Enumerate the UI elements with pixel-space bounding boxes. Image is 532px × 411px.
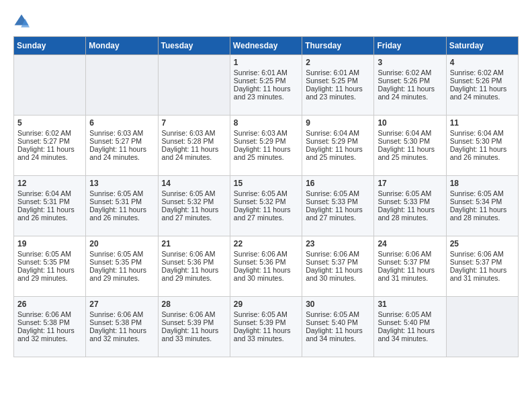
sunset-text: Sunset: 5:31 PM [89,197,154,205]
sunset-text: Sunset: 5:25 PM [234,77,298,85]
calendar-body: 1Sunrise: 6:01 AMSunset: 5:25 PMDaylight… [14,55,519,357]
sunrise-text: Sunrise: 6:05 AM [17,250,82,258]
sunset-text: Sunset: 5:29 PM [306,137,370,145]
sunset-text: Sunset: 5:39 PM [162,318,226,326]
daylight-text: Daylight: 11 hours and 24 minutes. [450,85,515,101]
sunset-text: Sunset: 5:36 PM [162,258,226,266]
calendar-cell: 18Sunrise: 6:05 AMSunset: 5:34 PMDayligh… [446,176,518,236]
calendar-cell: 22Sunrise: 6:06 AMSunset: 5:36 PMDayligh… [230,236,302,297]
sunrise-text: Sunrise: 6:01 AM [234,68,298,77]
day-number: 5 [17,118,82,128]
day-number: 27 [89,300,154,309]
daylight-text: Daylight: 11 hours and 32 minutes. [89,326,154,342]
page-header [13,13,519,30]
logo-icon [13,13,30,30]
day-number: 2 [306,58,370,67]
sunset-text: Sunset: 5:31 PM [17,197,82,205]
sunset-text: Sunset: 5:38 PM [89,318,154,326]
calendar-cell: 21Sunrise: 6:06 AMSunset: 5:36 PMDayligh… [158,236,230,297]
calendar-cell: 27Sunrise: 6:06 AMSunset: 5:38 PMDayligh… [86,297,158,357]
calendar-cell: 24Sunrise: 6:06 AMSunset: 5:37 PMDayligh… [374,236,446,297]
weekday-header: Tuesday [158,37,230,55]
calendar-cell [86,55,158,116]
sunrise-text: Sunrise: 6:04 AM [306,129,370,137]
day-number: 10 [378,118,442,128]
sunrise-text: Sunrise: 6:03 AM [234,129,298,137]
calendar-cell: 11Sunrise: 6:04 AMSunset: 5:30 PMDayligh… [446,116,518,176]
calendar-cell: 30Sunrise: 6:05 AMSunset: 5:40 PMDayligh… [302,297,374,357]
day-number: 31 [378,300,442,309]
daylight-text: Daylight: 11 hours and 32 minutes. [17,326,82,342]
sunset-text: Sunset: 5:34 PM [450,197,515,205]
sunset-text: Sunset: 5:28 PM [162,137,226,145]
calendar-cell: 1Sunrise: 6:01 AMSunset: 5:25 PMDaylight… [230,55,302,116]
sunrise-text: Sunrise: 6:05 AM [162,189,226,197]
day-number: 12 [17,179,82,188]
sunset-text: Sunset: 5:35 PM [89,258,154,266]
weekday-header: Friday [374,37,446,55]
daylight-text: Daylight: 11 hours and 28 minutes. [450,205,515,222]
calendar-cell: 25Sunrise: 6:06 AMSunset: 5:37 PMDayligh… [446,236,518,297]
day-number: 26 [17,300,82,309]
sunset-text: Sunset: 5:25 PM [306,77,370,85]
calendar-cell: 16Sunrise: 6:05 AMSunset: 5:33 PMDayligh… [302,176,374,236]
sunrise-text: Sunrise: 6:05 AM [378,310,442,318]
day-number: 25 [450,239,515,248]
daylight-text: Daylight: 11 hours and 23 minutes. [306,85,370,101]
daylight-text: Daylight: 11 hours and 24 minutes. [162,145,226,161]
day-number: 28 [162,300,226,309]
sunrise-text: Sunrise: 6:01 AM [306,68,370,77]
sunrise-text: Sunrise: 6:02 AM [450,68,515,77]
daylight-text: Daylight: 11 hours and 25 minutes. [234,145,298,161]
calendar-cell: 9Sunrise: 6:04 AMSunset: 5:29 PMDaylight… [302,116,374,176]
calendar-cell: 7Sunrise: 6:03 AMSunset: 5:28 PMDaylight… [158,116,230,176]
sunrise-text: Sunrise: 6:06 AM [234,250,298,258]
sunset-text: Sunset: 5:32 PM [162,197,226,205]
sunset-text: Sunset: 5:27 PM [17,137,82,145]
sunset-text: Sunset: 5:27 PM [89,137,154,145]
daylight-text: Daylight: 11 hours and 23 minutes. [234,85,298,101]
calendar-cell: 23Sunrise: 6:06 AMSunset: 5:37 PMDayligh… [302,236,374,297]
weekday-header: Wednesday [230,37,302,55]
day-number: 4 [450,58,515,67]
sunset-text: Sunset: 5:26 PM [450,77,515,85]
daylight-text: Daylight: 11 hours and 29 minutes. [17,266,82,282]
sunrise-text: Sunrise: 6:06 AM [162,250,226,258]
day-number: 20 [89,239,154,248]
calendar-cell: 31Sunrise: 6:05 AMSunset: 5:40 PMDayligh… [374,297,446,357]
sunset-text: Sunset: 5:40 PM [306,318,370,326]
day-number: 6 [89,118,154,128]
day-number: 8 [234,118,298,128]
daylight-text: Daylight: 11 hours and 26 minutes. [17,205,82,222]
sunrise-text: Sunrise: 6:05 AM [89,250,154,258]
sunrise-text: Sunrise: 6:06 AM [378,250,442,258]
sunrise-text: Sunrise: 6:03 AM [89,129,154,137]
sunset-text: Sunset: 5:35 PM [17,258,82,266]
calendar-cell: 2Sunrise: 6:01 AMSunset: 5:25 PMDaylight… [302,55,374,116]
sunset-text: Sunset: 5:33 PM [378,197,442,205]
daylight-text: Daylight: 11 hours and 33 minutes. [162,326,226,342]
sunrise-text: Sunrise: 6:02 AM [17,129,82,137]
sunset-text: Sunset: 5:37 PM [450,258,515,266]
sunrise-text: Sunrise: 6:05 AM [450,189,515,197]
daylight-text: Daylight: 11 hours and 27 minutes. [234,205,298,222]
daylight-text: Daylight: 11 hours and 30 minutes. [234,266,298,282]
sunset-text: Sunset: 5:30 PM [378,137,442,145]
daylight-text: Daylight: 11 hours and 27 minutes. [306,205,370,222]
daylight-text: Daylight: 11 hours and 25 minutes. [378,145,442,161]
sunset-text: Sunset: 5:36 PM [234,258,298,266]
sunset-text: Sunset: 5:32 PM [234,197,298,205]
sunrise-text: Sunrise: 6:02 AM [378,68,442,77]
sunset-text: Sunset: 5:37 PM [306,258,370,266]
daylight-text: Daylight: 11 hours and 24 minutes. [378,85,442,101]
day-number: 23 [306,239,370,248]
calendar-cell: 17Sunrise: 6:05 AMSunset: 5:33 PMDayligh… [374,176,446,236]
calendar-cell: 5Sunrise: 6:02 AMSunset: 5:27 PMDaylight… [14,116,86,176]
daylight-text: Daylight: 11 hours and 25 minutes. [306,145,370,161]
calendar-cell: 14Sunrise: 6:05 AMSunset: 5:32 PMDayligh… [158,176,230,236]
sunrise-text: Sunrise: 6:06 AM [17,310,82,318]
weekday-header: Thursday [302,37,374,55]
day-number: 15 [234,179,298,188]
day-number: 22 [234,239,298,248]
calendar-cell: 10Sunrise: 6:04 AMSunset: 5:30 PMDayligh… [374,116,446,176]
